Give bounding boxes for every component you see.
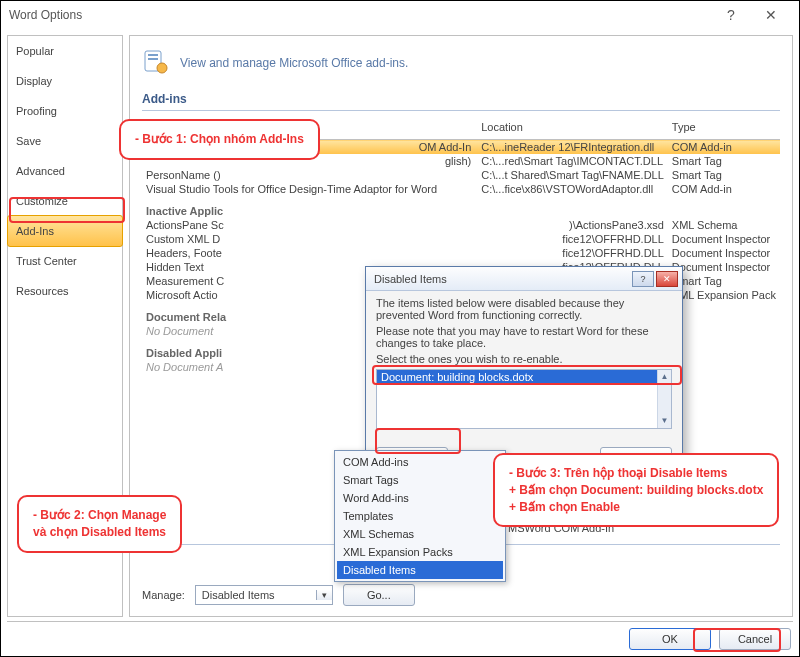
col-type: Type xyxy=(668,115,780,140)
dialog-text-3: Select the ones you wish to re-enable. xyxy=(376,353,672,365)
sidebar-item-resources[interactable]: Resources xyxy=(8,276,122,306)
menu-item-disabled-items[interactable]: Disabled Items xyxy=(337,561,503,579)
sidebar-item-customize[interactable]: Customize xyxy=(8,186,122,216)
scroll-down-icon: ▼ xyxy=(658,414,671,428)
manage-value: Disabled Items xyxy=(196,589,316,601)
dialog-title: Disabled Items xyxy=(374,273,630,285)
titlebar: Word Options ? ✕ xyxy=(1,1,799,29)
addins-icon xyxy=(142,48,170,78)
sidebar-item-popular[interactable]: Popular xyxy=(8,36,122,66)
addin-row[interactable]: Custom XML Dfice12\OFFRHD.DLLDocument In… xyxy=(142,232,780,246)
word-options-window: Word Options ? ✕ Popular Display Proofin… xyxy=(0,0,800,657)
disabled-items-dialog: Disabled Items ? ✕ The items listed belo… xyxy=(365,266,683,480)
help-button[interactable]: ? xyxy=(711,7,751,23)
addin-row[interactable]: ActionsPane Sc)\ActionsPane3.xsdXML Sche… xyxy=(142,218,780,232)
sidebar-item-proofing[interactable]: Proofing xyxy=(8,96,122,126)
addin-row[interactable]: PersonName () C:\...t Shared\Smart Tag\F… xyxy=(142,168,780,182)
sidebar-item-save[interactable]: Save xyxy=(8,126,122,156)
addin-row[interactable]: Visual Studio Tools for Office Design-Ti… xyxy=(142,182,780,196)
menu-item-xml-schemas[interactable]: XML Schemas xyxy=(337,525,503,543)
menu-item-xml-expansion[interactable]: XML Expansion Packs xyxy=(337,543,503,561)
callout-step1: - Bước 1: Chọn nhóm Add-Ins xyxy=(119,119,320,160)
dialog-help-button[interactable]: ? xyxy=(632,271,654,287)
dialog-text-2: Please note that you may have to restart… xyxy=(376,325,672,349)
disabled-sub: No Document A xyxy=(146,361,223,373)
callout-step2: - Bước 2: Chọn Managevà chọn Disabled It… xyxy=(17,495,182,553)
svg-rect-1 xyxy=(148,54,158,56)
sidebar-item-addins[interactable]: Add-Ins xyxy=(7,215,123,247)
sidebar-item-trust-center[interactable]: Trust Center xyxy=(8,246,122,276)
docrel-sub: No Document xyxy=(146,325,213,337)
intro-text: View and manage Microsoft Office add-ins… xyxy=(180,56,408,70)
callout-step3: - Bước 3: Trên hộp thoại Disable Items+ … xyxy=(493,453,779,527)
manage-combobox[interactable]: Disabled Items ▾ xyxy=(195,585,333,605)
inactive-group-label: Inactive Applic xyxy=(146,197,776,217)
scroll-up-icon: ▲ xyxy=(658,370,671,384)
manage-menu: COM Add-ins Smart Tags Word Add-ins Temp… xyxy=(334,450,506,582)
ok-button[interactable]: OK xyxy=(629,628,711,650)
sidebar-item-display[interactable]: Display xyxy=(8,66,122,96)
menu-item-templates[interactable]: Templates xyxy=(337,507,503,525)
menu-item-smart-tags[interactable]: Smart Tags xyxy=(337,471,503,489)
manage-label: Manage: xyxy=(142,589,185,601)
disabled-items-list[interactable]: Document: building blocks.dotx ▲ ▼ xyxy=(376,369,672,429)
cancel-button[interactable]: Cancel xyxy=(719,628,791,650)
col-location: Location xyxy=(477,115,668,140)
svg-rect-2 xyxy=(148,58,158,60)
dialog-text-1: The items listed below were disabled bec… xyxy=(376,297,672,321)
sidebar-item-advanced[interactable]: Advanced xyxy=(8,156,122,186)
close-button[interactable]: ✕ xyxy=(751,7,791,23)
svg-point-3 xyxy=(157,63,167,73)
disabled-item-selected[interactable]: Document: building blocks.dotx xyxy=(377,370,657,384)
footer-separator xyxy=(7,621,793,622)
window-title: Word Options xyxy=(9,8,711,22)
go-button[interactable]: Go... xyxy=(343,584,415,606)
menu-item-com-addins[interactable]: COM Add-ins xyxy=(337,453,503,471)
chevron-down-icon: ▾ xyxy=(316,590,332,600)
dialog-close-button[interactable]: ✕ xyxy=(656,271,678,287)
scrollbar[interactable]: ▲ ▼ xyxy=(657,370,671,428)
addin-row[interactable]: Headers, Footefice12\OFFRHD.DLLDocument … xyxy=(142,246,780,260)
menu-item-word-addins[interactable]: Word Add-ins xyxy=(337,489,503,507)
section-addins-heading: Add-ins xyxy=(142,88,780,111)
